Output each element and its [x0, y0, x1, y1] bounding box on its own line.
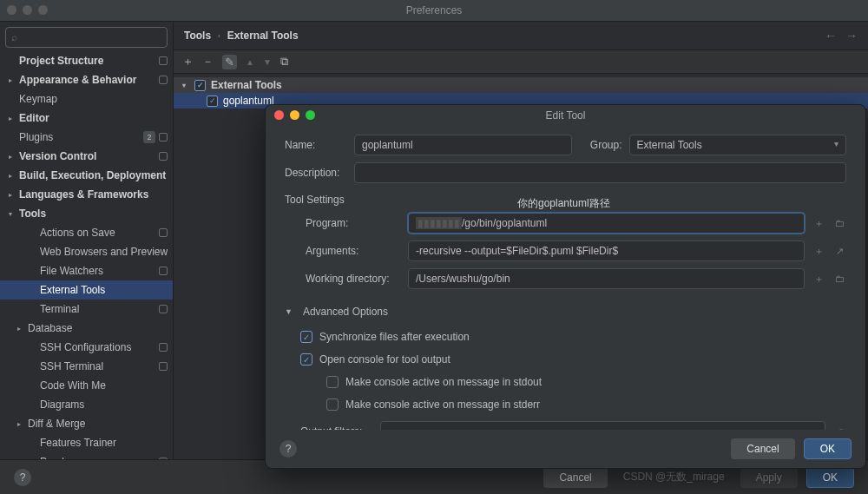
sidebar-item-build-execution-deployment[interactable]: ▸Build, Execution, Deployment: [0, 166, 173, 185]
settings-tree[interactable]: Project Structure▸Appearance & BehaviorK…: [0, 51, 173, 473]
sidebar-item-languages-frameworks[interactable]: ▸Languages & Frameworks: [0, 185, 173, 204]
active-stderr-checkbox[interactable]: Make console active on message in stderr: [285, 395, 846, 414]
sidebar-item-keymap[interactable]: Keymap: [0, 89, 173, 109]
expand-icon[interactable]: ▸: [9, 76, 19, 84]
modified-icon: [159, 133, 168, 142]
edit-tool-dialog: Edit Tool Name: goplantuml Group: Extern…: [265, 104, 866, 469]
arguments-input[interactable]: -recursive --output=$FileDir$.puml $File…: [408, 240, 805, 261]
sidebar-item-plugins[interactable]: Plugins2: [0, 128, 173, 147]
annotation-text: 你的goplantuml路径: [517, 196, 610, 211]
name-input[interactable]: goplantuml: [354, 135, 572, 155]
sidebar-item-label: File Watchers: [40, 265, 159, 277]
open-console-checkbox[interactable]: ✓Open console for tool output: [285, 350, 846, 369]
sidebar-item-label: Terminal: [40, 303, 159, 315]
sidebar-item-version-control[interactable]: ▸Version Control: [0, 147, 173, 166]
sidebar-item-tools[interactable]: ▾Tools: [0, 204, 173, 223]
expand-icon[interactable]: ▸: [9, 172, 19, 180]
chevron-down-icon[interactable]: ▼: [285, 307, 293, 316]
browse-icon[interactable]: 🗀: [832, 273, 846, 284]
sidebar-item-editor[interactable]: ▸Editor: [0, 109, 173, 128]
maximize-icon[interactable]: [306, 110, 315, 120]
dialog-cancel-button[interactable]: Cancel: [731, 438, 794, 459]
expand-icon[interactable]: ↗: [832, 246, 846, 257]
dialog-help-button[interactable]: ?: [279, 440, 297, 458]
chevron-right-icon: ›: [218, 32, 220, 40]
dialog-traffic-lights[interactable]: [274, 110, 315, 120]
program-label: Program:: [306, 217, 401, 229]
browse-icon[interactable]: 🗀: [832, 218, 846, 228]
modified-icon: [159, 56, 168, 65]
group-dropdown[interactable]: External Tools: [629, 135, 847, 155]
copy-button[interactable]: ⧉: [280, 55, 288, 69]
minimize-icon[interactable]: [290, 110, 299, 120]
maximize-icon[interactable]: [38, 5, 48, 15]
sidebar-item-ssh-terminal[interactable]: SSH Terminal: [0, 357, 173, 376]
sidebar-item-label: Features Trainer: [40, 437, 173, 449]
window-title: Preferences: [406, 4, 463, 16]
working-dir-input[interactable]: /Users/wushu/go/bin: [408, 268, 805, 289]
sidebar-item-label: Languages & Frameworks: [19, 188, 173, 201]
dialog-ok-button[interactable]: OK: [804, 438, 852, 459]
add-button[interactable]: ＋: [182, 54, 194, 69]
sidebar-item-label: Tools: [19, 207, 173, 220]
tools-group-row[interactable]: ▾ ✓ External Tools: [174, 77, 868, 93]
advanced-options-heading[interactable]: Advanced Options: [303, 306, 388, 318]
expand-icon[interactable]: ▸: [17, 325, 28, 333]
window-traffic-lights[interactable]: [7, 5, 48, 15]
sidebar-item-appearance-behavior[interactable]: ▸Appearance & Behavior: [0, 70, 173, 89]
sync-files-checkbox[interactable]: ✓Synchronize files after execution: [285, 327, 846, 346]
minimize-icon[interactable]: [23, 5, 32, 15]
cancel-button[interactable]: Cancel: [543, 467, 607, 488]
remove-button[interactable]: －: [202, 54, 214, 69]
badge: 2: [143, 131, 155, 143]
breadcrumb-root[interactable]: Tools: [184, 30, 211, 42]
modified-icon: [159, 305, 168, 313]
sidebar-item-actions-on-save[interactable]: Actions on Save: [0, 223, 173, 242]
modified-icon: [159, 362, 168, 371]
close-icon[interactable]: [7, 5, 16, 15]
edit-button[interactable]: ✎: [222, 55, 237, 69]
expand-icon[interactable]: ▾: [9, 210, 19, 218]
sidebar-item-code-with-me[interactable]: Code With Me: [0, 376, 173, 395]
sidebar-item-features-trainer[interactable]: Features Trainer: [0, 433, 173, 452]
sidebar-item-terminal[interactable]: Terminal: [0, 300, 173, 319]
description-input[interactable]: [354, 162, 846, 183]
program-input[interactable]: ▮▮▮▮▮▮▮/go/bin/goplantuml: [408, 213, 805, 234]
active-stdout-checkbox[interactable]: Make console active on message in stdout: [285, 372, 846, 392]
close-icon[interactable]: [274, 110, 284, 120]
expand-icon[interactable]: ▸: [17, 420, 28, 428]
move-up-icon[interactable]: ▲: [246, 57, 254, 67]
group-label: External Tools: [211, 79, 282, 91]
sidebar-item-project-structure[interactable]: Project Structure: [0, 51, 173, 70]
output-filters-input[interactable]: [380, 421, 825, 430]
ok-button[interactable]: OK: [806, 467, 854, 488]
expand-icon[interactable]: ▸: [9, 153, 19, 161]
move-down-icon[interactable]: ▼: [263, 57, 272, 67]
sidebar-item-ssh-configurations[interactable]: SSH Configurations: [0, 338, 173, 357]
group-checkbox[interactable]: ✓: [194, 80, 206, 91]
nav-forward-icon[interactable]: →: [845, 29, 858, 43]
modified-icon: [159, 228, 168, 237]
expand-icon[interactable]: ▸: [9, 115, 19, 122]
item-checkbox[interactable]: ✓: [207, 96, 218, 107]
search-input[interactable]: ⌕: [5, 27, 168, 48]
breadcrumb: Tools › External Tools ← →: [174, 22, 868, 49]
sidebar-item-label: Diagrams: [40, 398, 173, 411]
insert-macro-icon[interactable]: ＋: [812, 245, 825, 258]
insert-macro-icon[interactable]: ＋: [812, 273, 825, 286]
sidebar-item-external-tools[interactable]: External Tools: [0, 280, 173, 300]
help-button[interactable]: ?: [14, 469, 31, 486]
sidebar-item-diff-merge[interactable]: ▸Diff & Merge: [0, 414, 173, 433]
sidebar-item-diagrams[interactable]: Diagrams: [0, 395, 173, 414]
sidebar-item-label: SSH Terminal: [40, 360, 159, 372]
sidebar-item-label: Version Control: [19, 150, 159, 162]
sidebar-item-database[interactable]: ▸Database: [0, 319, 173, 338]
expand-icon[interactable]: ▸: [9, 191, 19, 199]
chevron-down-icon[interactable]: ▾: [182, 82, 194, 89]
sidebar-item-label: Keymap: [19, 93, 173, 105]
insert-macro-icon[interactable]: ＋: [812, 217, 825, 230]
sidebar-item-file-watchers[interactable]: File Watchers: [0, 261, 173, 280]
nav-back-icon[interactable]: ←: [825, 29, 837, 43]
sidebar-item-web-browsers-and-preview[interactable]: Web Browsers and Preview: [0, 242, 173, 261]
apply-button[interactable]: Apply: [740, 467, 798, 488]
